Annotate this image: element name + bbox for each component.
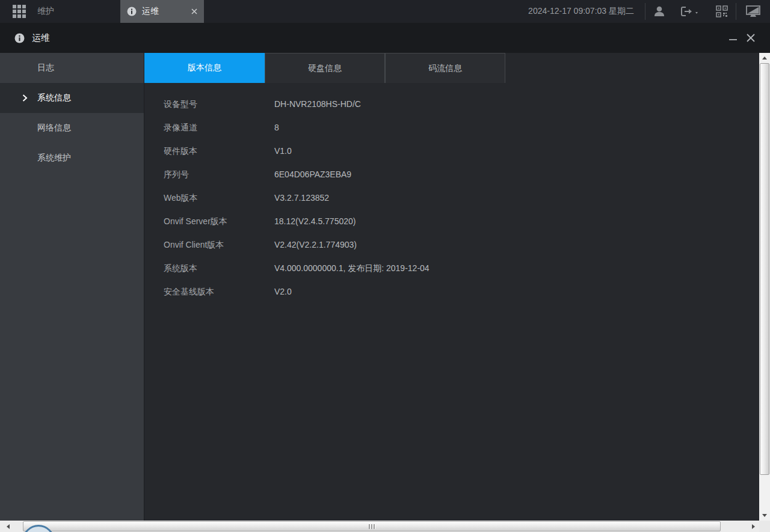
main-area: 日志系统信息网络信息系统维护 版本信息硬盘信息码流信息 设备型号DH-NVR21… <box>0 53 759 521</box>
content-panel: 版本信息硬盘信息码流信息 设备型号DH-NVR2108HS-HD/C录像通道8硬… <box>144 53 759 521</box>
field-value: V2.0 <box>274 287 292 310</box>
app-window: 维护 运维 2024-12-17 09:07:03 星期二 <box>0 0 770 532</box>
sidebar-item-label: 网络信息 <box>37 123 71 133</box>
topbar: 维护 运维 2024-12-17 09:07:03 星期二 <box>0 0 770 23</box>
horizontal-scrollbar-thumb[interactable] <box>23 521 721 531</box>
tab-stream-info[interactable]: 码流信息 <box>385 53 505 83</box>
titlebar: 运维 <box>0 23 770 53</box>
topbar-tab-active[interactable]: 运维 <box>120 0 204 23</box>
field-label: 设备型号 <box>164 99 274 123</box>
tab-close-icon[interactable] <box>191 8 197 14</box>
info-icon <box>14 33 25 43</box>
field-row: 序列号6E04D06PAZ3EBA9 <box>164 170 759 193</box>
field-label: 系统版本 <box>164 263 274 287</box>
close-icon[interactable] <box>746 33 756 43</box>
sidebar-item[interactable]: 系统信息 <box>0 83 144 113</box>
scroll-down-icon[interactable] <box>759 510 770 521</box>
monitor-icon[interactable] <box>736 0 770 23</box>
field-value: V2.42(V2.2.1.774903) <box>274 240 357 263</box>
field-label: Web版本 <box>164 193 274 216</box>
field-row: 设备型号DH-NVR2108HS-HD/C <box>164 99 759 123</box>
sidebar: 日志系统信息网络信息系统维护 <box>0 53 144 521</box>
scroll-left-icon[interactable] <box>2 521 13 532</box>
sidebar-item[interactable]: 系统维护 <box>0 143 144 173</box>
tab-hdd-info[interactable]: 硬盘信息 <box>265 53 385 83</box>
sidebar-item-label: 日志 <box>37 63 54 73</box>
field-label: 安全基线版本 <box>164 287 274 310</box>
field-label: Onvif Server版本 <box>164 216 274 240</box>
field-label: 序列号 <box>164 170 274 193</box>
field-label: Onvif Client版本 <box>164 240 274 263</box>
field-row: Web版本V3.2.7.123852 <box>164 193 759 216</box>
vertical-scrollbar-thumb[interactable] <box>760 63 769 475</box>
field-value: V1.0 <box>274 146 292 170</box>
version-info-fields: 设备型号DH-NVR2108HS-HD/C录像通道8硬件版本V1.0序列号6E0… <box>144 83 759 310</box>
vertical-scrollbar[interactable] <box>759 53 770 521</box>
user-icon[interactable] <box>645 0 673 23</box>
sidebar-item[interactable]: 网络信息 <box>0 113 144 143</box>
home-label: 维护 <box>37 6 54 17</box>
window-title: 运维 <box>32 32 50 44</box>
field-value: 8 <box>274 123 279 146</box>
datetime-label: 2024-12-17 09:07:03 星期二 <box>528 6 634 17</box>
scrollbar-corner <box>759 521 770 532</box>
topbar-right: 2024-12-17 09:07:03 星期二 <box>528 0 770 23</box>
sidebar-item-label: 系统信息 <box>37 93 71 103</box>
field-value: 6E04D06PAZ3EBA9 <box>274 170 351 193</box>
scroll-right-icon[interactable] <box>748 521 759 532</box>
field-label: 硬件版本 <box>164 146 274 170</box>
field-row: 安全基线版本V2.0 <box>164 287 759 310</box>
field-row: 硬件版本V1.0 <box>164 146 759 170</box>
field-value: 18.12(V2.4.5.775020) <box>274 216 356 240</box>
field-row: 录像通道8 <box>164 123 759 146</box>
field-value: V4.000.0000000.1, 发布日期: 2019-12-04 <box>274 263 430 287</box>
field-row: 系统版本V4.000.0000000.1, 发布日期: 2019-12-04 <box>164 263 759 287</box>
sidebar-item[interactable]: 日志 <box>0 53 144 83</box>
home-button[interactable]: 维护 <box>0 4 54 19</box>
topbar-tab-label: 运维 <box>142 6 159 17</box>
logout-icon[interactable] <box>673 0 708 23</box>
sidebar-item-label: 系统维护 <box>37 153 71 164</box>
minimize-icon[interactable] <box>728 33 738 43</box>
apps-grid-icon[interactable] <box>12 4 26 19</box>
tab-version-info[interactable]: 版本信息 <box>144 53 265 83</box>
field-label: 录像通道 <box>164 123 274 146</box>
content-tabs: 版本信息硬盘信息码流信息 <box>144 53 759 83</box>
horizontal-scrollbar[interactable] <box>0 521 759 532</box>
scrollbar-grip <box>369 524 375 529</box>
scroll-up-icon[interactable] <box>759 53 770 63</box>
field-value: V3.2.7.123852 <box>274 193 329 216</box>
sidebar-items: 日志系统信息网络信息系统维护 <box>0 53 144 173</box>
info-icon <box>127 7 137 16</box>
chevron-right-icon <box>22 94 28 102</box>
field-row: Onvif Client版本V2.42(V2.2.1.774903) <box>164 240 759 263</box>
qrcode-icon[interactable] <box>708 0 736 23</box>
field-value: DH-NVR2108HS-HD/C <box>274 99 361 123</box>
field-row: Onvif Server版本18.12(V2.4.5.775020) <box>164 216 759 240</box>
